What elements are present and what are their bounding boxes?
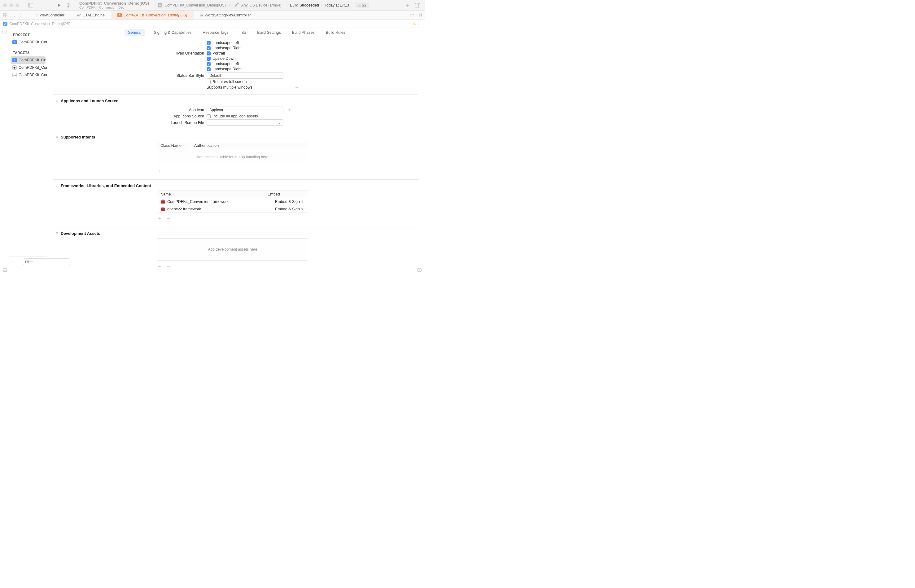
disclosure-icon[interactable]: ▽ — [56, 232, 58, 235]
checkbox-requires-full-screen[interactable] — [207, 80, 211, 84]
label-app-icons-source: App Icons Source — [53, 114, 207, 118]
nav-back-icon[interactable]: 〈 — [9, 12, 16, 18]
chevron-left-icon[interactable]: 〈 — [407, 21, 411, 26]
tab-viewcontroller[interactable]: m ViewController — [29, 11, 71, 19]
svg-marker-2 — [58, 4, 61, 7]
framework-row[interactable]: 🧰ComPDFKit_Conversion.framework Embed & … — [157, 198, 308, 205]
tab-build-settings[interactable]: Build Settings — [255, 29, 282, 36]
line-endings-icon[interactable] — [417, 268, 421, 272]
column-header-name[interactable]: Name — [157, 191, 265, 198]
svg-rect-10 — [3, 16, 5, 17]
disclosure-icon[interactable]: ▽ — [56, 99, 58, 103]
jump-bar[interactable]: A ComPDFKit_Conversion_Demo(iOS) 〈 ⚠︎ 〉 — [0, 20, 424, 28]
sidebar-collapse-icon[interactable] — [2, 30, 7, 34]
project-item[interactable]: A ComPDFKit_Conver... — [9, 39, 47, 46]
remove-intent-button[interactable]: － — [166, 167, 171, 174]
tab-build-phases[interactable]: Build Phases — [290, 29, 316, 36]
build-status: Succeeded — [300, 3, 319, 7]
checkbox-landscape-left-ipad[interactable]: ✓ — [207, 62, 211, 66]
tab-resource-tags[interactable]: Resource Tags — [201, 29, 230, 36]
project-icon: A — [118, 13, 122, 17]
chevron-down-icon: ⌄ — [278, 121, 281, 124]
jump-device: Any iOS Device (arm64) — [241, 3, 281, 7]
add-target-icon[interactable]: ＋ — [11, 259, 15, 265]
tab-ctabengine[interactable]: m' CTABEngine — [71, 11, 111, 19]
tab-general[interactable]: General — [124, 29, 144, 36]
label-status-bar-style: Status Bar Style — [53, 73, 207, 78]
checkbox-label: Portrait — [213, 51, 225, 55]
intents-table-controls: ＋ － — [157, 167, 418, 174]
close-window[interactable] — [3, 3, 7, 7]
app-icon: A — [158, 3, 162, 7]
activity-status[interactable]: A ComPDFKit_Conversion_Demo(iOS) 〉 Any i… — [155, 1, 284, 9]
checkbox-upside-down[interactable]: ✓ — [207, 57, 211, 61]
scheme-selector[interactable]: ComPDFKit_Conversion_Demo(iOS) ComPDFKit… — [77, 0, 152, 10]
scheme-branch-icon[interactable] — [65, 1, 73, 9]
add-tab-icon[interactable]: ＋ — [403, 1, 412, 9]
app-icon-field[interactable] — [207, 107, 283, 113]
remove-framework-button[interactable]: － — [166, 215, 171, 222]
add-devasset-button[interactable]: ＋ — [157, 262, 163, 267]
toggle-inspector-icon[interactable] — [413, 1, 421, 9]
select-value: Default — [210, 73, 221, 78]
section-title: Development Assets — [61, 231, 100, 236]
column-header-embed[interactable]: Embed — [265, 191, 308, 198]
toggle-navigator-icon[interactable] — [27, 1, 35, 9]
status-bar-style-select[interactable]: Default⇅ — [207, 72, 283, 79]
window-controls — [3, 3, 19, 7]
remove-target-icon[interactable]: － — [17, 259, 21, 265]
tab-info[interactable]: Info — [237, 29, 248, 36]
sync-editor-icon[interactable]: ⇄ — [410, 12, 414, 18]
section-targets-label: TARGETS — [9, 46, 47, 57]
add-intent-button[interactable]: ＋ — [157, 167, 163, 174]
target-item-3[interactable]: ▭ ComPDFKit_Conver... — [9, 71, 47, 79]
checkbox-label: Landscape Right — [213, 46, 242, 50]
checkbox-include-all-assets[interactable] — [207, 114, 211, 118]
disclosure-icon[interactable]: ▽ — [56, 184, 58, 187]
launch-screen-select[interactable]: ⌄ — [207, 119, 283, 126]
goto-arrow-icon[interactable]: → — [295, 85, 299, 89]
run-button[interactable] — [55, 1, 63, 9]
checkbox-landscape-right[interactable]: ✓ — [207, 46, 211, 50]
svg-rect-9 — [6, 13, 7, 15]
tab-signing[interactable]: Signing & Capabilities — [152, 29, 194, 36]
embed-value[interactable]: Embed & Sign — [275, 200, 300, 204]
tab-project-settings[interactable]: A ComPDFKit_Conversion_Demo(iOS) — [111, 11, 194, 19]
tab-bar: 〈 〉 m ViewController m' CTABEngine A Com… — [0, 11, 424, 20]
section-title: App Icons and Launch Screen — [61, 99, 118, 103]
embed-value[interactable]: Embed & Sign — [275, 207, 300, 211]
column-header-auth[interactable]: Authentication — [191, 142, 308, 149]
project-icon: A — [3, 22, 7, 26]
add-app-icon-button[interactable]: ＋ — [287, 107, 292, 113]
checkbox-portrait[interactable]: ✓ — [207, 52, 211, 55]
target-item-2[interactable]: ◉ ComPDFKit_Conver... — [9, 64, 47, 71]
chevron-right-icon[interactable]: 〉 — [418, 21, 421, 26]
section-app-icons: ▽App Icons and Launch Screen App Icon ＋ … — [53, 94, 418, 126]
target-item-1[interactable]: A ComPDFKit_Conver... — [11, 57, 45, 64]
framework-row[interactable]: 🧰opencv2.framework Embed & Sign⇅ — [157, 205, 308, 213]
left-gutter — [0, 28, 9, 267]
framework-target-icon: ◉ — [12, 65, 17, 70]
build-activity[interactable]: Build Succeeded | Today at 17:13 — [286, 1, 353, 9]
add-framework-button[interactable]: ＋ — [157, 215, 163, 222]
column-header-class[interactable]: Class Name — [157, 142, 191, 149]
warning-indicator-icon[interactable]: ⚠︎ — [413, 21, 416, 26]
svg-point-4 — [68, 6, 69, 7]
checkbox-landscape-right-ipad[interactable]: ✓ — [207, 67, 211, 71]
disclosure-icon[interactable]: ▽ — [56, 136, 58, 139]
related-items-icon[interactable] — [3, 13, 7, 17]
editor-layout-icon[interactable] — [416, 13, 421, 17]
frameworks-table-controls: ＋ － — [157, 215, 418, 222]
remove-devasset-button[interactable]: － — [166, 262, 171, 267]
tab-build-rules[interactable]: Build Rules — [324, 29, 347, 36]
checkbox-landscape-left[interactable]: ✓ — [207, 41, 211, 45]
settings-tabs: General Signing & Capabilities Resource … — [47, 28, 424, 37]
debug-area-icon[interactable] — [3, 268, 7, 272]
tab-wordsetting[interactable]: m WordSettingViewController — [194, 11, 257, 19]
issues-badge[interactable]: ⚠︎ 22 — [355, 2, 369, 8]
target-label: ComPDFKit_Conver... — [19, 58, 45, 62]
minimize-window[interactable] — [9, 3, 13, 7]
zoom-window[interactable] — [16, 3, 19, 7]
nav-forward-icon[interactable]: 〉 — [18, 12, 26, 18]
project-icon: A — [12, 40, 17, 44]
